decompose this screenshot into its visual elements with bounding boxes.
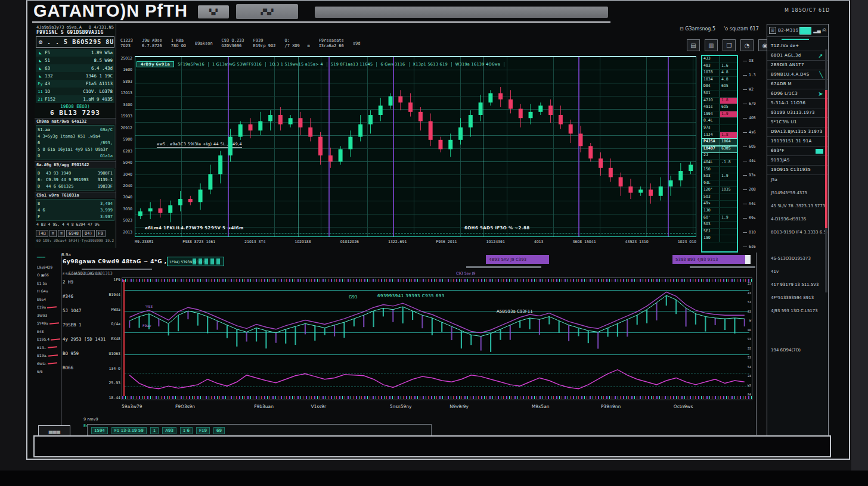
dom-row[interactable]: 491s6O5 <box>702 104 737 111</box>
footer-chip-2[interactable]: ≡ <box>49 230 57 237</box>
dom-row[interactable]: 4831.6 <box>702 63 737 70</box>
navigator-item-10[interactable]: D9A13.8JA1315 31973 <box>767 127 828 137</box>
navigator-lower-item-14[interactable]: 194 6O94(7O) <box>767 344 828 357</box>
indicator-chart-plot[interactable]: G93 693993941 39393 C935 693 A5B593a C93… <box>122 278 752 400</box>
main-chart-plot[interactable]: 4rB9y 6v91a5F19a5Pw161 G13a9vG 53WFF9316… <box>135 56 696 237</box>
toolbar-item-6[interactable]: F939E19rp 9O2 <box>253 38 276 49</box>
navigator-lower-item-13[interactable] <box>767 331 828 344</box>
dom-row[interactable]: 5O3 <box>702 194 737 201</box>
purple-tag-chip[interactable] <box>745 255 751 264</box>
navigator-lower-item-2[interactable]: J514945*59.4375 <box>767 186 828 200</box>
object-list-item-6[interactable]: E9a4 <box>36 295 61 304</box>
toolbar-item-9[interactable]: s9d <box>353 41 361 46</box>
navigator-item-8[interactable]: 93199 U3113.1973 <box>767 108 828 118</box>
windows-icon[interactable]: ❐ <box>723 39 736 51</box>
object-list-item-12[interactable]: B13.. <box>36 344 61 352</box>
object-list-item-7[interactable]: E19a <box>36 303 61 311</box>
navigator-item-4[interactable]: B9NB1U.4.A.D4S╲ <box>767 70 828 80</box>
dom-row[interactable]: 8.4L <box>702 118 737 125</box>
navigator-lower-item-5[interactable]: 8D13-919D IF4 3.3333 6.5)3* <box>767 226 828 239</box>
titlebar-tab-3[interactable] <box>315 7 608 18</box>
menu-item-1[interactable]: ⊟ G3amsnog.5 <box>680 26 715 32</box>
object-list-item-2[interactable]: L9a9429 <box>36 263 61 272</box>
dom-row[interactable]: 15O <box>702 167 737 174</box>
dom-row[interactable]: 5O3 <box>702 222 737 229</box>
object-list-item-4[interactable]: E1 5a <box>36 279 61 288</box>
purple-tag-2[interactable]: 5393 B93 4J93 9313 <box>672 255 750 264</box>
bottom-tab-6[interactable]: F19 <box>196 427 210 434</box>
navigator-lower-item-8[interactable]: 41v <box>767 265 828 278</box>
market-watch-row[interactable]: ◣518.5 W99 <box>36 57 114 64</box>
bottom-tab-3[interactable]: 1 <box>150 427 159 434</box>
dom-row[interactable]: 4J3 <box>702 56 737 63</box>
order-row[interactable]: D44 6 68132519833F <box>38 183 113 189</box>
market-watch-row[interactable]: 21F1521.aM 9 4935 <box>36 95 114 103</box>
bottom-tab-2[interactable]: F1 13-3.19 59 <box>111 427 147 434</box>
toolbar-item-3[interactable]: 1 RBa78O OO <box>171 38 186 49</box>
toolbar-item-1[interactable]: C12237O23 <box>120 38 133 49</box>
toolbar-item-8[interactable]: F9rssaoatsI3ra6a2 66 <box>319 38 344 49</box>
object-list-item-3[interactable]: O ▣66 <box>36 271 61 279</box>
printer-icon[interactable]: ⎙ <box>823 27 826 33</box>
navigator-item-2[interactable]: 68O1 AGL.3d➚ <box>767 51 828 61</box>
order-row[interactable]: D43 93 194939O8F1 <box>38 170 113 176</box>
order-row[interactable]: 6-C9.39 44 9 9919933139-1 <box>38 176 113 183</box>
navigator-item-13[interactable]: 9193JA5 <box>767 156 828 166</box>
clock-icon[interactable]: ◔ <box>740 39 754 51</box>
navigator-item-1[interactable]: T1Z.IVa de+ <box>767 42 828 51</box>
toolbar-item-4[interactable]: B9akson <box>195 41 213 46</box>
object-list-item-13[interactable]: B19a. <box>36 351 61 360</box>
bars-icon[interactable]: ▂▄ <box>813 28 820 33</box>
market-watch-row[interactable]: ◣636.4 .43d <box>36 64 114 72</box>
market-watch-row[interactable]: Fy43F1a5 A1113 <box>36 80 114 88</box>
navigator-item-7[interactable]: 5-31A-1 11O36 <box>767 99 828 108</box>
dom-row[interactable]: 94L <box>702 180 737 188</box>
footer-chip-1[interactable]: [4Ω <box>36 230 48 237</box>
titlebar-tab-1[interactable]: ▚▞ <box>198 5 229 18</box>
dom-row[interactable]: 1JO <box>702 208 737 215</box>
bottom-tab-1[interactable]: 1594 <box>91 427 108 434</box>
navigator-item-9[interactable]: 5*1C3% U1 <box>767 118 828 127</box>
dom-row[interactable]: 49s <box>702 201 737 208</box>
menu-item-2[interactable]: 'o squzam 617 <box>724 26 759 32</box>
navigator-lower-item-6[interactable] <box>767 239 828 252</box>
dom-row[interactable]: 97s <box>702 125 737 132</box>
symbol-search-box[interactable]: ⊕ . . 5 B6O5295 8U3 <box>36 36 114 48</box>
bottom-tab-4[interactable]: A93 <box>162 427 176 434</box>
dom-row[interactable]: 2J <box>702 152 737 160</box>
market-watch-row[interactable]: ◣1321346 1 19C <box>36 72 114 80</box>
navigator-collapse-icon[interactable]: ⊞ <box>769 27 776 34</box>
object-list-item-8[interactable]: 3W93 <box>36 311 61 320</box>
bottom-tab-7[interactable]: 69 <box>213 427 225 434</box>
object-list-item-5[interactable]: H G4a <box>36 287 61 295</box>
object-list-item-1[interactable]: ▔▔▔ <box>36 255 61 263</box>
dom-row[interactable]: 47JO1.8 <box>702 98 737 105</box>
footer-chip-3[interactable]: ≡ <box>58 230 65 237</box>
footer-chip-6[interactable]: F9 <box>96 230 106 237</box>
market-watch-row[interactable]: ◣F51.89 W5a <box>36 49 114 57</box>
titlebar-tab-2[interactable]: ▞▚▞ <box>236 4 298 19</box>
purple-tag-1[interactable]: 4B93 5AV J9 C393 <box>486 255 549 264</box>
navigator-lower-item-1[interactable]: J5a <box>767 173 828 186</box>
grid-icon[interactable]: ▤ <box>687 39 700 51</box>
dom-row[interactable]: 5O1 <box>702 91 737 98</box>
toolbar-item-5[interactable]: C93 O.233G2DV3696 <box>222 38 244 49</box>
object-list-item-14[interactable]: 6WD. <box>36 360 61 368</box>
navigator-item-6[interactable]: 6D96 L/1C3➤ <box>767 89 828 99</box>
navigator-item-11[interactable]: 19139151 31 91A <box>767 137 828 147</box>
indicator-progress-bar[interactable]: 1F94) 53939393O35 <box>167 257 224 266</box>
scrollbar-thumb[interactable] <box>825 90 827 228</box>
bottom-tab-5[interactable]: 1 6 <box>180 427 193 434</box>
dom-row[interactable]: 6O'1.9 <box>702 215 737 222</box>
dom-row[interactable]: 1O344.8 <box>702 77 737 84</box>
navigator-lower-item-7[interactable]: 4S-513O3D195373 <box>767 252 828 265</box>
dom-row[interactable]: LO4O763O5 <box>702 146 737 153</box>
navigator-item-3[interactable]: 2B9DI3 AN1T7 <box>767 61 828 70</box>
navigator-lower-item-3[interactable]: 45 5L/V 78 .3923.13 5773 <box>767 200 828 213</box>
dom-row[interactable]: P4JSA1O64 <box>702 139 737 146</box>
footer-chip-4[interactable]: 6948 <box>66 230 81 237</box>
navigator-lower-item-11[interactable]: 4J93 593 13O C.L5173 <box>767 304 828 317</box>
dom-row[interactable]: D846O5 <box>702 83 737 91</box>
market-watch-header-left[interactable]: 4Ja9a9a3y73 o5va.A <box>36 25 82 30</box>
navigator-accent-button[interactable] <box>799 27 811 35</box>
